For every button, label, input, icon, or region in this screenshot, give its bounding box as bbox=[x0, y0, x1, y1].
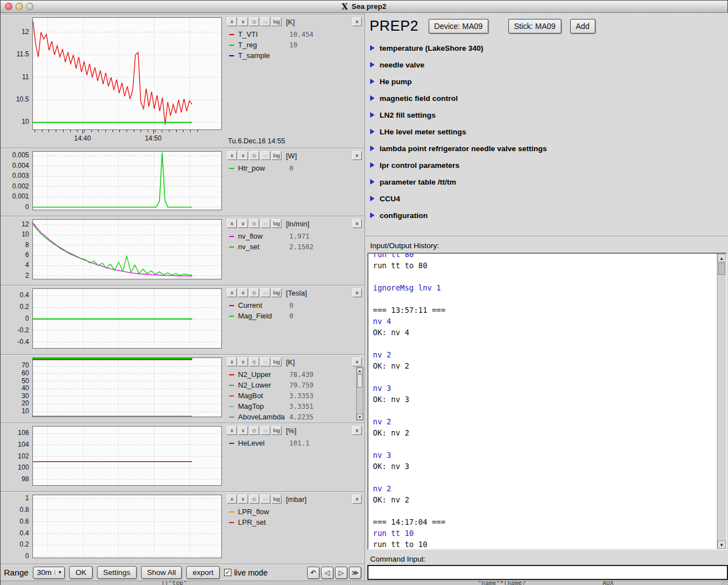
title-bar[interactable]: X Sea prep2 bbox=[1, 1, 727, 13]
lin-scale-button[interactable]: ▭ bbox=[260, 17, 270, 26]
close-chart-button[interactable]: × bbox=[352, 151, 362, 160]
zoom-button[interactable]: ◇ bbox=[249, 357, 259, 366]
expand-triangle-icon[interactable] bbox=[370, 146, 375, 151]
undo-zoom-button[interactable]: ↶ bbox=[307, 567, 319, 579]
expand-triangle-icon[interactable] bbox=[370, 62, 375, 67]
tree-item-5[interactable]: LN2 fill settings bbox=[370, 107, 728, 123]
export-button[interactable]: export bbox=[186, 566, 220, 579]
scroll-down-button[interactable]: ∨ bbox=[238, 17, 248, 26]
device-button[interactable]: Device: MA09 bbox=[429, 19, 488, 33]
close-chart-button[interactable]: × bbox=[352, 17, 362, 26]
zoom-button[interactable]: ◇ bbox=[249, 426, 259, 435]
scroll-up-button[interactable]: ∧ bbox=[227, 151, 237, 160]
plot-canvas[interactable] bbox=[32, 151, 222, 210]
scrollbar-thumb[interactable] bbox=[718, 263, 725, 275]
expand-triangle-icon[interactable] bbox=[370, 162, 375, 168]
resize-grip-icon[interactable] bbox=[721, 581, 728, 585]
tree-item-8[interactable]: lpr control parameters bbox=[370, 157, 728, 173]
close-window-button[interactable] bbox=[5, 3, 12, 10]
pan-to-end-button[interactable]: ≫ bbox=[349, 567, 361, 579]
lin-scale-button[interactable]: ▭ bbox=[260, 288, 270, 297]
add-button[interactable]: Add bbox=[570, 19, 595, 33]
scroll-up-button[interactable]: ∧ bbox=[227, 17, 237, 26]
ok-button[interactable]: OK bbox=[69, 566, 93, 579]
close-chart-button[interactable]: × bbox=[352, 219, 362, 228]
plot-canvas[interactable] bbox=[32, 219, 222, 279]
pan-right-button[interactable]: ▷ bbox=[335, 567, 347, 579]
log-scale-button[interactable]: log bbox=[271, 151, 282, 160]
zoom-button[interactable]: ◇ bbox=[249, 495, 259, 504]
zoom-button[interactable]: ◇ bbox=[249, 219, 259, 228]
plot-canvas[interactable] bbox=[32, 495, 222, 558]
scroll-down-button[interactable]: ∨ bbox=[238, 357, 248, 366]
lin-scale-button[interactable]: ▭ bbox=[260, 495, 270, 504]
scroll-up-button[interactable]: ∧ bbox=[227, 357, 237, 366]
command-input[interactable] bbox=[367, 565, 728, 580]
plot-canvas[interactable] bbox=[32, 288, 222, 349]
lin-scale-button[interactable]: ▭ bbox=[260, 151, 270, 160]
tree-item-7[interactable]: lambda point refrigerator needle valve s… bbox=[370, 140, 728, 157]
tree-item-6[interactable]: LHe level meter settings bbox=[370, 123, 728, 140]
scroll-down-button[interactable]: ∨ bbox=[238, 288, 248, 297]
y-tick-label: 102 bbox=[18, 452, 29, 460]
stick-button[interactable]: Stick: MA09 bbox=[508, 19, 561, 33]
tree-item-4[interactable]: magnetic field control bbox=[370, 90, 728, 107]
expand-triangle-icon[interactable] bbox=[370, 95, 375, 101]
log-scale-button[interactable]: log bbox=[271, 219, 282, 228]
scroll-down-button[interactable]: ∨ bbox=[238, 426, 248, 435]
legend-scrollbar[interactable]: ▲▼ bbox=[356, 367, 363, 420]
scroll-up-button[interactable]: ∧ bbox=[227, 288, 237, 297]
lin-scale-button[interactable]: ▭ bbox=[260, 426, 270, 435]
range-select[interactable]: 30m ▼ bbox=[33, 567, 65, 579]
zoom-button[interactable]: ◇ bbox=[249, 288, 259, 297]
expand-triangle-icon[interactable] bbox=[370, 45, 375, 51]
tree-item-11[interactable]: configuration bbox=[370, 207, 728, 224]
scroll-down-button[interactable]: ∨ bbox=[238, 219, 248, 228]
log-scale-button[interactable]: log bbox=[271, 357, 282, 366]
expand-triangle-icon[interactable] bbox=[370, 129, 375, 134]
scrollbar-up-icon[interactable]: ▲ bbox=[717, 254, 726, 262]
scroll-down-button[interactable]: ∨ bbox=[238, 151, 248, 160]
lin-scale-button[interactable]: ▭ bbox=[260, 219, 270, 228]
close-chart-button[interactable]: × bbox=[352, 357, 362, 366]
zoom-button[interactable]: ◇ bbox=[249, 151, 259, 160]
scroll-down-button[interactable]: ∨ bbox=[238, 495, 248, 504]
settings-button[interactable]: Settings bbox=[97, 566, 137, 579]
scrollbar-up-icon[interactable]: ▲ bbox=[357, 368, 363, 374]
tree-item-3[interactable]: He pump bbox=[370, 73, 728, 90]
log-scale-button[interactable]: log bbox=[271, 426, 282, 435]
log-scale-button[interactable]: log bbox=[271, 17, 282, 26]
history-scrollbar[interactable]: ▲ ▼ bbox=[717, 254, 726, 549]
lin-scale-button[interactable]: ▭ bbox=[260, 357, 270, 366]
tree-item-10[interactable]: CCU4 bbox=[370, 190, 728, 207]
scrollbar-thumb[interactable] bbox=[357, 374, 362, 388]
scroll-up-button[interactable]: ∧ bbox=[227, 219, 237, 228]
live-mode-checkbox[interactable]: ✓ bbox=[224, 569, 231, 576]
io-history[interactable]: run tt 80run tt to 80 ignoreMsg lnv 1 ==… bbox=[367, 253, 727, 550]
close-chart-button[interactable]: × bbox=[352, 288, 362, 297]
close-chart-button[interactable]: × bbox=[352, 426, 362, 435]
tree-item-2[interactable]: needle valve bbox=[370, 56, 728, 73]
log-scale-button[interactable]: log bbox=[271, 495, 282, 504]
tree-item-1[interactable]: temperature (LakeShore 340) bbox=[370, 40, 728, 56]
log-scale-button[interactable]: log bbox=[271, 288, 282, 297]
expand-triangle-icon[interactable] bbox=[370, 179, 375, 185]
scroll-up-button[interactable]: ∧ bbox=[227, 426, 237, 435]
expand-triangle-icon[interactable] bbox=[370, 79, 375, 84]
pan-left-button[interactable]: ◁ bbox=[321, 567, 333, 579]
expand-triangle-icon[interactable] bbox=[370, 112, 375, 118]
plot-canvas[interactable] bbox=[32, 17, 222, 130]
plot-canvas[interactable] bbox=[32, 357, 222, 417]
show-all-button[interactable]: Show All bbox=[141, 566, 182, 579]
minimize-window-button[interactable] bbox=[16, 3, 23, 10]
scroll-up-button[interactable]: ∧ bbox=[227, 495, 237, 504]
expand-triangle-icon[interactable] bbox=[370, 196, 375, 201]
zoom-button[interactable]: ◇ bbox=[249, 17, 259, 26]
tree-item-9[interactable]: parameter table /tt/tm bbox=[370, 173, 728, 190]
expand-triangle-icon[interactable] bbox=[370, 212, 375, 218]
close-chart-button[interactable]: × bbox=[352, 495, 362, 504]
plot-canvas[interactable] bbox=[32, 426, 222, 486]
scrollbar-down-icon[interactable]: ▼ bbox=[357, 414, 363, 420]
zoom-window-button[interactable] bbox=[26, 3, 33, 10]
scrollbar-down-icon[interactable]: ▼ bbox=[717, 540, 726, 549]
